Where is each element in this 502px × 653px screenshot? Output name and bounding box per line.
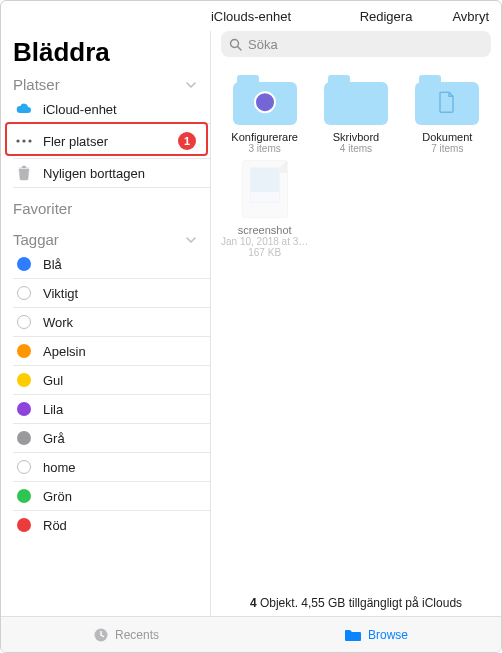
tag-item-gray[interactable]: Grå [1, 424, 210, 452]
file-sub: 3 items [249, 143, 281, 154]
tab-browse[interactable]: Browse [251, 617, 501, 652]
file-screenshot[interactable]: screenshot Jan 10, 2018 at 3… 167 KB [220, 160, 310, 258]
files-window: Redigera iClouds-enhet Avbryt Bläddra Pl… [0, 0, 502, 653]
file-sub: 7 items [431, 143, 463, 154]
sidebar-item-label: iCloud-enhet [43, 102, 117, 117]
document-icon [438, 91, 456, 113]
tag-item-green[interactable]: Grön [1, 482, 210, 510]
tag-label: Lila [43, 402, 63, 417]
sidebar-item-label: Nyligen borttagen [43, 166, 145, 181]
tag-dot-icon [15, 487, 33, 505]
svg-line-4 [238, 46, 242, 50]
sidebar-item-icloud[interactable]: iCloud-enhet [1, 95, 210, 123]
chevron-down-icon [184, 233, 198, 247]
folder-icon [344, 628, 362, 642]
tag-dot-icon [15, 371, 33, 389]
tag-item-blue[interactable]: Blå [1, 250, 210, 278]
tag-item-yellow[interactable]: Gul [1, 366, 210, 394]
bottom-tab-bar: Recents Browse [1, 616, 501, 652]
tag-label: Grön [43, 489, 72, 504]
file-grid: Konfigurerare 3 items Skrivbord 4 items [211, 67, 501, 588]
svg-point-1 [22, 139, 25, 142]
favorites-header[interactable]: Favoriter [1, 198, 210, 219]
search-input[interactable]: Söka [221, 31, 491, 57]
tag-item-orange[interactable]: Apelsin [1, 337, 210, 365]
tag-dot-icon [15, 313, 33, 331]
tag-label: home [43, 460, 76, 475]
tag-item-red[interactable]: Röd [1, 511, 210, 539]
tags-label: Taggar [13, 231, 59, 248]
locations-label: Platser [13, 76, 60, 93]
tag-dot-icon [15, 284, 33, 302]
tag-item-work[interactable]: Work [1, 308, 210, 336]
tag-dot-icon [15, 458, 33, 476]
file-name: Dokument [422, 131, 472, 143]
tab-label: Recents [115, 628, 159, 642]
sidebar-item-more-locations[interactable]: Fler platser 1 [1, 124, 210, 158]
favorites-label: Favoriter [13, 200, 72, 217]
cancel-button[interactable]: Avbryt [452, 9, 489, 24]
folder-konfigurerare[interactable]: Konfigurerare 3 items [220, 75, 310, 154]
tag-item-important[interactable]: Viktigt [1, 279, 210, 307]
folder-icon [233, 75, 297, 125]
document-thumbnail-icon [242, 160, 288, 218]
tag-label: Apelsin [43, 344, 86, 359]
tag-label: Grå [43, 431, 65, 446]
sidebar-item-label: Fler platser [43, 134, 108, 149]
tag-label: Röd [43, 518, 67, 533]
main-panel: Söka Konfigurerare 3 items [211, 31, 501, 616]
folder-icon [324, 75, 388, 125]
file-sub: 4 items [340, 143, 372, 154]
ellipsis-icon [15, 132, 33, 150]
clock-icon [93, 627, 109, 643]
tags-list: Blå Viktigt Work Apelsin Gul Lila Grå ho… [1, 250, 210, 539]
sidebar-item-recently-deleted[interactable]: Nyligen borttagen [1, 159, 210, 187]
status-bar: 4 Objekt. 4,55 GB tillgängligt på iCloud… [211, 588, 501, 616]
tag-label: Work [43, 315, 73, 330]
page-title: Bläddra [1, 35, 210, 74]
cloud-icon [15, 100, 33, 118]
status-text: Objekt. 4,55 GB tillgängligt på iClouds [257, 596, 462, 610]
file-name: Skrivbord [333, 131, 379, 143]
folder-skrivbord[interactable]: Skrivbord 4 items [311, 75, 401, 154]
sidebar: Bläddra Platser iCloud-enhet [1, 31, 211, 616]
tag-item-purple[interactable]: Lila [1, 395, 210, 423]
tags-header[interactable]: Taggar [1, 229, 210, 250]
tag-label: Gul [43, 373, 63, 388]
svg-point-0 [16, 139, 19, 142]
tag-label: Viktigt [43, 286, 78, 301]
tag-item-home[interactable]: home [1, 453, 210, 481]
file-name: screenshot [238, 224, 292, 236]
window-title: iClouds-enhet [211, 9, 291, 24]
tag-label: Blå [43, 257, 62, 272]
top-toolbar: Redigera iClouds-enhet Avbryt [1, 1, 501, 31]
file-size: 167 KB [248, 247, 281, 258]
file-name: Konfigurerare [231, 131, 298, 143]
tag-dot-icon [15, 400, 33, 418]
search-icon [229, 38, 242, 51]
folder-icon [415, 75, 479, 125]
tag-dot-icon [15, 255, 33, 273]
chevron-down-icon [184, 78, 198, 92]
tag-dot-icon [15, 429, 33, 447]
edit-button[interactable]: Redigera [360, 9, 413, 24]
folder-dokument[interactable]: Dokument 7 items [402, 75, 492, 154]
notification-badge: 1 [178, 132, 196, 150]
locations-header[interactable]: Platser [1, 74, 210, 95]
tag-dot-icon [15, 516, 33, 534]
tab-label: Browse [368, 628, 408, 642]
file-date: Jan 10, 2018 at 3… [221, 236, 308, 247]
status-count: 4 [250, 596, 257, 610]
svg-point-2 [28, 139, 31, 142]
tag-dot-icon [15, 342, 33, 360]
app-badge-icon [254, 91, 276, 113]
search-placeholder: Söka [248, 37, 278, 52]
tab-recents[interactable]: Recents [1, 617, 251, 652]
trash-icon [15, 164, 33, 182]
